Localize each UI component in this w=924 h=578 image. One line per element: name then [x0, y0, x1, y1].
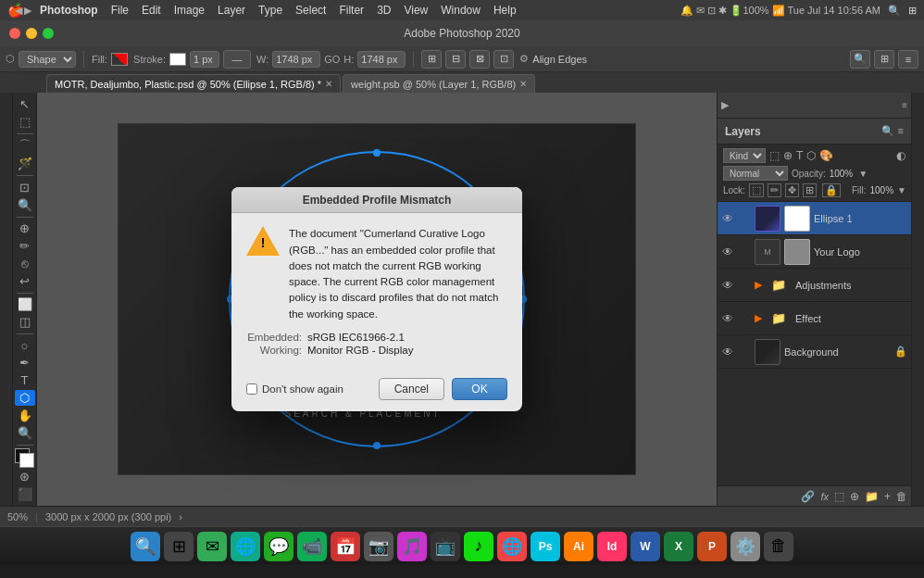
- tool-marquee[interactable]: ⬚: [15, 114, 35, 130]
- fx-icon[interactable]: fx: [820, 491, 829, 502]
- menu-window[interactable]: Window: [441, 4, 481, 17]
- dock-illustrator[interactable]: Ai: [564, 532, 593, 561]
- add-mask-icon[interactable]: ⬚: [834, 490, 844, 503]
- blend-mode-select[interactable]: Normal: [723, 166, 788, 181]
- tool-quick-mask[interactable]: ⊛: [15, 469, 35, 484]
- shape-select[interactable]: Shape: [19, 51, 76, 68]
- path-op-4[interactable]: ⊡: [493, 50, 514, 69]
- lock-position-btn[interactable]: ✥: [785, 183, 799, 197]
- layer-item-yourlogo[interactable]: 👁 M Your Logo: [718, 235, 911, 269]
- tab-motr[interactable]: MOTR, Dealjumbo, Plastic.psd @ 50% (Elli…: [46, 74, 341, 93]
- layer-visibility-yourlogo[interactable]: 👁: [721, 245, 734, 258]
- layer-visibility-background[interactable]: 👁: [721, 346, 734, 358]
- layer-visibility-adjustments[interactable]: 👁: [721, 279, 734, 292]
- ok-button[interactable]: OK: [452, 378, 507, 400]
- tab-motr-close[interactable]: ✕: [325, 79, 332, 89]
- canvas-area[interactable]: M SEARCH & PLACEMENT Embedded Profile Mi…: [37, 93, 717, 506]
- tool-history[interactable]: ↩: [15, 273, 35, 289]
- opacity-dropdown-icon[interactable]: ▼: [858, 169, 868, 179]
- layer-item-ellipse1[interactable]: 👁 Ellipse 1: [718, 202, 911, 235]
- tool-move[interactable]: ↖: [15, 96, 35, 112]
- tool-eyedropper[interactable]: 🔍: [15, 197, 35, 213]
- layers-options-icon[interactable]: ≡: [898, 125, 904, 137]
- tool-crop[interactable]: ⊡: [15, 180, 35, 195]
- add-group-icon[interactable]: 📁: [865, 490, 879, 503]
- menu-filter[interactable]: Filter: [339, 4, 364, 17]
- control-center-icon[interactable]: ⊞: [908, 5, 917, 17]
- path-op-2[interactable]: ⊟: [445, 50, 466, 69]
- dock-itunes[interactable]: 🎵: [397, 532, 427, 561]
- stroke-color-swatch[interactable]: [169, 53, 186, 66]
- tab-weight[interactable]: weight.psb @ 50% (Layer 1, RGB/8) ✕: [343, 74, 535, 93]
- link-layers-icon[interactable]: 🔗: [801, 490, 815, 503]
- layer-visibility-effect[interactable]: 👁: [721, 312, 734, 325]
- menu-image[interactable]: Image: [174, 4, 205, 17]
- dock-indesign[interactable]: Id: [597, 532, 627, 561]
- tool-gradient[interactable]: ◫: [15, 314, 35, 330]
- dock-photos[interactable]: 📷: [364, 532, 393, 561]
- add-adjustment-icon[interactable]: ⊕: [850, 490, 859, 503]
- minimize-button[interactable]: [26, 28, 37, 39]
- tool-eraser[interactable]: ⬜: [15, 296, 35, 312]
- dock-facetime[interactable]: 📹: [297, 532, 327, 561]
- filter-kind-select[interactable]: Kind: [723, 148, 766, 163]
- dock-tv[interactable]: 📺: [431, 532, 460, 561]
- tool-brush[interactable]: ✏: [15, 238, 35, 254]
- lock-all-btn[interactable]: 🔒: [822, 183, 841, 197]
- menu-3d[interactable]: 3D: [377, 4, 391, 17]
- tool-type[interactable]: T: [15, 372, 35, 388]
- dock-calendar[interactable]: 📅: [331, 532, 360, 561]
- tool-clone[interactable]: ⎋: [15, 256, 35, 271]
- filter-shape-icon[interactable]: ⬡: [806, 149, 816, 162]
- cancel-button[interactable]: Cancel: [379, 378, 444, 400]
- tool-heal[interactable]: ⊕: [15, 220, 35, 236]
- tool-zoom[interactable]: 🔍: [15, 425, 35, 441]
- path-op-3[interactable]: ⊠: [469, 50, 490, 69]
- background-color[interactable]: [19, 453, 34, 468]
- layer-visibility-ellipse1[interactable]: 👁: [721, 212, 734, 225]
- maximize-button[interactable]: [43, 28, 54, 39]
- lock-artboard-btn[interactable]: ⊞: [803, 183, 817, 197]
- dock-photoshop[interactable]: Ps: [531, 532, 560, 561]
- filter-toggle[interactable]: ◐: [896, 149, 905, 162]
- tool-wand[interactable]: 🪄: [15, 156, 35, 171]
- dock-finder[interactable]: 🔍: [131, 532, 160, 561]
- dock-safari[interactable]: 🌐: [231, 532, 260, 561]
- path-op-1[interactable]: ⊞: [421, 50, 442, 69]
- dont-show-label[interactable]: Don't show again: [246, 383, 343, 395]
- tool-hand[interactable]: ✋: [15, 408, 35, 423]
- play-icon[interactable]: ▶: [721, 99, 729, 111]
- dont-show-checkbox[interactable]: [246, 383, 257, 395]
- menu-help[interactable]: Help: [493, 4, 517, 17]
- menu-file[interactable]: File: [111, 4, 129, 17]
- dock-system-prefs[interactable]: ⚙️: [730, 532, 760, 561]
- stroke-width-input[interactable]: [190, 51, 219, 68]
- stroke-style-select[interactable]: —: [223, 50, 251, 69]
- status-arrow[interactable]: ›: [179, 511, 182, 522]
- layer-item-adjustments[interactable]: 👁 ▶ 📁 Adjustments: [718, 269, 911, 302]
- height-input[interactable]: [357, 51, 406, 68]
- dock-excel[interactable]: X: [664, 532, 693, 561]
- tool-pen[interactable]: ✒: [15, 356, 35, 371]
- delete-layer-icon[interactable]: 🗑: [896, 490, 907, 503]
- tab-back-icon[interactable]: ◀: [15, 5, 22, 17]
- tab-weight-close[interactable]: ✕: [519, 79, 527, 89]
- layer-expand-effect[interactable]: ▶: [755, 312, 762, 324]
- tool-screen-mode[interactable]: ⬛: [15, 486, 35, 502]
- tool-shape[interactable]: ⬡: [15, 390, 35, 406]
- menu-view[interactable]: View: [404, 4, 428, 17]
- dock-mail[interactable]: ✉: [197, 532, 227, 561]
- filter-adj-icon[interactable]: ⊕: [783, 149, 793, 162]
- layer-item-background[interactable]: 👁 Background 🔒: [718, 335, 911, 369]
- panel-menu-icon[interactable]: ≡: [902, 100, 907, 110]
- tool-dodge[interactable]: ○: [15, 338, 35, 354]
- dock-chrome[interactable]: 🌐: [497, 532, 527, 561]
- filter-type-icon[interactable]: T: [796, 149, 803, 162]
- add-layer-icon[interactable]: +: [884, 490, 891, 503]
- menu-type[interactable]: Type: [258, 4, 282, 17]
- lock-transparent-btn[interactable]: ⬚: [749, 183, 764, 197]
- dock-spotify[interactable]: ♪: [464, 532, 493, 561]
- workspace-btn[interactable]: ≡: [898, 50, 918, 69]
- menu-layer[interactable]: Layer: [218, 4, 245, 17]
- layer-expand-adjustments[interactable]: ▶: [755, 279, 762, 291]
